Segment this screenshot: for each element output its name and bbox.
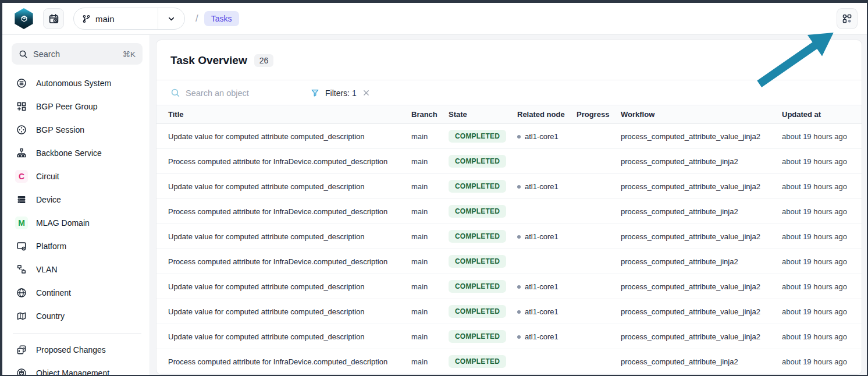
status-badge: COMPLETED — [449, 255, 506, 268]
task-related-node — [517, 249, 577, 274]
sidebar-item-circuit[interactable]: C Circuit — [12, 165, 143, 188]
sidebar-item-country[interactable]: Country — [12, 304, 143, 328]
table-row[interactable]: Process computed attribute for InfraDevi… — [156, 349, 862, 374]
task-branch: main — [411, 199, 449, 224]
bgp-session-icon — [16, 125, 27, 135]
map-icon — [16, 311, 27, 321]
col-related-node: Related node — [517, 105, 577, 124]
sidebar-search-input[interactable] — [33, 49, 117, 59]
task-state: COMPLETED — [449, 124, 517, 149]
task-workflow: process_computed_attribute_jinja2 — [621, 199, 782, 224]
sidebar-item-label: BGP Session — [36, 125, 84, 134]
task-workflow: process_computed_attribute_value_jinja2 — [621, 274, 782, 299]
node-dot — [517, 285, 521, 289]
sidebar-item-label: Platform — [36, 242, 66, 251]
chevron-down-icon — [167, 15, 176, 23]
table-footer: Showing 1 to 10 of 26 results 10 Previou… — [156, 374, 862, 375]
task-branch: main — [411, 349, 449, 374]
task-updated-at: about 19 hours ago — [782, 249, 862, 274]
task-workflow: process_computed_attribute_value_jinja2 — [621, 224, 782, 249]
platform-icon — [16, 241, 27, 251]
sidebar-item-bgp-session[interactable]: BGP Session — [12, 118, 143, 141]
task-progress — [577, 299, 621, 324]
table-row[interactable]: Update value for computed attribute comp… — [156, 174, 862, 199]
object-search[interactable] — [170, 88, 296, 98]
task-workflow: process_computed_attribute_value_jinja2 — [621, 124, 782, 149]
sidebar-search[interactable]: ⌘K — [12, 43, 143, 65]
sidebar-item-label: Backbone Service — [36, 148, 102, 158]
task-title: Process computed attribute for InfraDevi… — [156, 149, 411, 174]
object-management-icon — [16, 368, 27, 375]
task-workflow: process_computed_attribute_value_jinja2 — [621, 174, 782, 199]
card-header: Task Overview 26 — [156, 40, 862, 80]
sidebar-item-backbone-service[interactable]: Backbone Service — [12, 141, 143, 165]
table-row[interactable]: Update value for computed attribute comp… — [156, 324, 862, 349]
sidebar-footer-nav: Proposed Changes Object Management — [12, 338, 143, 375]
node-dot — [517, 235, 521, 239]
sidebar-divider — [13, 333, 141, 334]
breadcrumb-tasks[interactable]: Tasks — [204, 11, 239, 26]
task-state: COMPLETED — [449, 249, 517, 274]
status-badge: COMPLETED — [449, 355, 506, 368]
sidebar-item-proposed-changes[interactable]: Proposed Changes — [12, 338, 143, 361]
table-row[interactable]: Update value for computed attribute comp… — [156, 224, 862, 249]
task-state: COMPLETED — [449, 149, 517, 174]
task-title: Update value for computed attribute comp… — [156, 224, 411, 249]
task-title: Update value for computed attribute comp… — [156, 124, 411, 149]
filters-indicator[interactable]: Filters: 1 — [311, 88, 370, 98]
task-branch: main — [411, 124, 449, 149]
table-row[interactable]: Process computed attribute for InfraDevi… — [156, 249, 862, 274]
task-state: COMPLETED — [449, 174, 517, 199]
task-overview-card: Task Overview 26 Filters: 1 — [156, 40, 862, 375]
shortcut-hint: ⌘K — [122, 49, 136, 59]
table-row[interactable]: Update value for computed attribute comp… — [156, 274, 862, 299]
node-dot — [517, 135, 521, 139]
table-row[interactable]: Update value for computed attribute comp… — [156, 124, 862, 149]
task-title: Update value for computed attribute comp… — [156, 174, 411, 199]
table-row[interactable]: Process computed attribute for InfraDevi… — [156, 149, 862, 174]
status-badge: COMPLETED — [449, 305, 506, 318]
table-header-row: Title Branch State Related node Progress… — [156, 105, 862, 124]
filter-bar: Filters: 1 — [156, 80, 862, 105]
status-badge: COMPLETED — [449, 180, 506, 193]
sidebar-item-platform[interactable]: Platform — [12, 235, 143, 258]
object-search-input[interactable] — [186, 88, 284, 98]
branch-current: main — [74, 14, 158, 24]
sidebar-item-vlan[interactable]: VLAN — [12, 258, 143, 281]
branch-selector[interactable]: main — [73, 8, 185, 30]
sidebar-item-label: BGP Peer Group — [36, 102, 98, 111]
main-area: Task Overview 26 Filters: 1 — [150, 35, 867, 375]
branch-dropdown-toggle[interactable] — [158, 8, 184, 29]
schema-button[interactable] — [837, 8, 858, 29]
calendar-button[interactable] — [43, 8, 64, 29]
sidebar-item-bgp-peer-group[interactable]: BGP Peer Group — [12, 95, 143, 118]
table-row[interactable]: Update value for computed attribute comp… — [156, 299, 862, 324]
mlag-letter-icon: M — [15, 217, 28, 229]
sidebar-item-mlag-domain[interactable]: M MLAG Domain — [12, 211, 143, 235]
clear-filters-icon[interactable] — [362, 89, 370, 97]
task-state: COMPLETED — [449, 274, 517, 299]
git-branch-icon — [82, 15, 91, 23]
task-related-node: atl1-core1 — [517, 224, 577, 249]
sidebar-item-label: VLAN — [36, 265, 58, 274]
task-updated-at: about 19 hours ago — [782, 199, 862, 224]
sidebar-item-autonomous-system[interactable]: Autonomous System — [12, 72, 143, 95]
task-progress — [577, 199, 621, 224]
app-logo[interactable] — [14, 8, 34, 29]
sidebar-item-continent[interactable]: Continent — [12, 281, 143, 304]
table-row[interactable]: Process computed attribute for InfraDevi… — [156, 199, 862, 224]
sidebar: ⌘K Autonomous System BGP Peer Group BGP … — [2, 35, 150, 375]
task-state: COMPLETED — [449, 224, 517, 249]
globe-icon — [16, 288, 27, 298]
sidebar-item-object-management[interactable]: Object Management — [12, 361, 143, 375]
task-workflow: process_computed_attribute_jinja2 — [621, 349, 782, 374]
task-progress — [577, 224, 621, 249]
col-updated-at: Updated at — [782, 105, 862, 124]
bgp-peer-group-icon — [16, 101, 27, 112]
task-progress — [577, 324, 621, 349]
task-related-node — [517, 349, 577, 374]
circuit-letter-icon: C — [15, 170, 28, 183]
task-title: Update value for computed attribute comp… — [156, 324, 411, 349]
task-title: Process computed attribute for InfraDevi… — [156, 349, 411, 374]
sidebar-item-device[interactable]: Device — [12, 188, 143, 211]
